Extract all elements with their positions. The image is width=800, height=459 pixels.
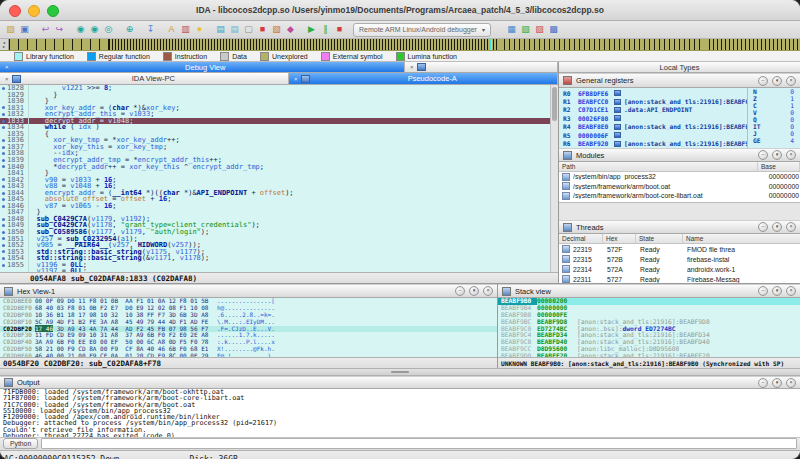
- line-number[interactable]: [7, 268, 28, 272]
- pseudocode-scrollbar[interactable]: [550, 85, 558, 272]
- python-input[interactable]: [41, 438, 797, 449]
- modules-menu-button[interactable]: ▾: [772, 150, 782, 160]
- register-row[interactable]: R6BEABF920[anon:stack_and_tls:21916]:BEA…: [559, 139, 748, 147]
- module-row[interactable]: /system/bin/app_process3200000000: [559, 172, 800, 182]
- module-row[interactable]: /system/framework/arm/boot-core-libart.o…: [559, 191, 800, 201]
- scrollbar-thumb[interactable]: [552, 87, 557, 121]
- register-row[interactable]: R06FB8DFE6: [559, 89, 748, 97]
- output-close-button[interactable]: ×: [786, 378, 796, 388]
- tab-stub[interactable]: ×: [405, 62, 558, 72]
- thread-row[interactable]: 223115727ReadyFirebase-Messag: [559, 274, 800, 283]
- debugger-options-icon[interactable]: ▤: [214, 23, 227, 36]
- tab-local-types[interactable]: Local Types: [559, 62, 800, 72]
- register-edit-icon[interactable]: [614, 124, 621, 130]
- step-into-icon[interactable]: ▧: [519, 23, 532, 36]
- navband-stripes[interactable]: [9, 39, 800, 50]
- stackview-close-button[interactable]: ×: [786, 286, 796, 296]
- navigate-forward-icon[interactable]: ↪: [53, 23, 66, 36]
- stackview-menu-button[interactable]: ▾: [772, 286, 782, 296]
- step-over-icon[interactable]: ▨: [533, 23, 546, 36]
- register-edit-icon[interactable]: [614, 99, 621, 105]
- stackview-minimize-button[interactable]: −: [758, 286, 768, 296]
- registers-menu-button[interactable]: ▾: [772, 76, 782, 86]
- register-edit-icon[interactable]: [614, 115, 621, 121]
- thread-row[interactable]: 22314572AReadyandroidx.work-1: [559, 264, 800, 274]
- process-options-icon[interactable]: ▤: [228, 23, 241, 36]
- open-debug-windows-icon[interactable]: ▦: [505, 23, 518, 36]
- register-row[interactable]: R50000006F: [559, 131, 748, 139]
- register-row[interactable]: R4BEABF8E0[anon:stack_and_tls:21916]:BEA…: [559, 123, 748, 131]
- breakpoint-icon[interactable]: ■: [256, 23, 269, 36]
- threads-col-hex[interactable]: Hex: [603, 234, 636, 243]
- threads-col-state[interactable]: State: [636, 234, 683, 243]
- threads-close-button[interactable]: ×: [786, 222, 796, 232]
- modules-col-path[interactable]: Path: [559, 162, 758, 171]
- close-icon[interactable]: ×: [5, 76, 9, 82]
- output-menu-button[interactable]: ▾: [772, 378, 782, 388]
- registers-panel[interactable]: R06FB8DFE6R1BEABFCC0[anon:stack_and_tls:…: [559, 88, 800, 148]
- tab-debug-view[interactable]: × Debug View: [0, 62, 405, 72]
- thread-row[interactable]: 22315572BReadyfirebase-instal: [559, 254, 800, 264]
- registers-minimize-button[interactable]: −: [758, 76, 768, 86]
- stack-link[interactable]: dword_ED7274BC: [623, 326, 676, 332]
- breakpoint-list-icon[interactable]: ▢: [242, 23, 255, 36]
- continue-process-icon[interactable]: ▶: [305, 23, 318, 36]
- python-button[interactable]: Python: [3, 438, 38, 449]
- register-edit-icon[interactable]: [614, 132, 621, 138]
- open-file-icon[interactable]: ▨: [4, 23, 17, 36]
- register-row[interactable]: R2C07D1CE1.data:API_ENDPOINT: [559, 106, 748, 114]
- stop-process-icon[interactable]: ■: [333, 23, 346, 36]
- jump-address-icon[interactable]: ◉: [74, 23, 87, 36]
- thread-row[interactable]: 22319572FReadyFMOD file threa: [559, 244, 800, 254]
- jump-segment-icon[interactable]: ⊕: [123, 23, 136, 36]
- debugger-selector[interactable]: Remote ARM Linux/Android debugger ▾: [353, 23, 491, 37]
- modules-col-base[interactable]: Base: [758, 162, 800, 171]
- flowchart-icon[interactable]: ▥: [179, 23, 192, 36]
- threads-col-decimal[interactable]: Decimal: [559, 234, 603, 243]
- pseudocode-pane[interactable]: 1828 v1221 >>= 8;1829 }1830 }1831 xor_ke…: [0, 85, 558, 272]
- modules-column-headers[interactable]: Path Base: [559, 162, 800, 172]
- horizontal-splitter[interactable]: [0, 368, 800, 376]
- minimize-window-button[interactable]: [28, 5, 40, 17]
- tab-ida-view-pc[interactable]: × IDA View-PC: [0, 73, 289, 84]
- tracing-icon[interactable]: ▧: [270, 23, 283, 36]
- pause-process-icon[interactable]: ∥: [319, 23, 332, 36]
- threads-minimize-button[interactable]: −: [758, 222, 768, 232]
- close-icon[interactable]: ×: [410, 64, 414, 70]
- close-icon[interactable]: ×: [294, 76, 298, 82]
- module-row[interactable]: /system/framework/arm/boot.oat00000000: [559, 182, 800, 192]
- close-icon[interactable]: ×: [5, 64, 9, 70]
- register-edit-icon[interactable]: [614, 107, 621, 113]
- navigate-back-icon[interactable]: ↩: [39, 23, 52, 36]
- jump-down-icon[interactable]: ↧: [144, 23, 157, 36]
- hexview-close-button[interactable]: ×: [483, 286, 493, 296]
- register-edit-icon[interactable]: [614, 90, 621, 96]
- lumina-icon[interactable]: ●: [193, 23, 206, 36]
- navband-arrows[interactable]: ◂▸: [0, 39, 9, 50]
- code-line[interactable]: v1197 = 0LL;: [0, 268, 558, 272]
- save-icon[interactable]: ▣: [18, 23, 31, 36]
- tab-pseudocode-a[interactable]: × Pseudocode-A: [289, 73, 558, 84]
- threads-menu-button[interactable]: ▾: [772, 222, 782, 232]
- watches-icon[interactable]: ◆: [284, 23, 297, 36]
- register-row[interactable]: R1BEABFCC0[anon:stack_and_tls:21916]:BEA…: [559, 97, 748, 105]
- hexview-minimize-button[interactable]: −: [455, 286, 465, 296]
- output-log[interactable]: 71FDB000: loaded /system/framework/arm/b…: [0, 389, 800, 438]
- register-edit-icon[interactable]: [614, 141, 621, 147]
- text-options-icon[interactable]: A: [165, 23, 178, 36]
- register-row[interactable]: R300026F80: [559, 114, 748, 122]
- hexview-menu-button[interactable]: ▾: [469, 286, 479, 296]
- zoom-window-button[interactable]: [47, 5, 59, 17]
- hex-dump[interactable]: C02DBEE000 0F 09 D0 11 F8 01 0B AA F1 01…: [0, 298, 497, 357]
- close-window-button[interactable]: [9, 5, 21, 17]
- output-minimize-button[interactable]: −: [758, 378, 768, 388]
- modules-close-button[interactable]: ×: [786, 150, 796, 160]
- threads-col-name[interactable]: Name: [683, 234, 800, 243]
- modules-minimize-button[interactable]: −: [758, 150, 768, 160]
- jump-function-icon[interactable]: ◎: [102, 23, 115, 36]
- threads-column-headers[interactable]: Decimal Hex State Name: [559, 234, 800, 244]
- registers-close-button[interactable]: ×: [786, 76, 796, 86]
- stack-rows[interactable]: BEABF9B000000200BEABF9B400000000BEABF9B8…: [498, 298, 800, 357]
- jump-name-icon[interactable]: ◉: [88, 23, 101, 36]
- navigation-band[interactable]: ◂▸: [0, 39, 800, 51]
